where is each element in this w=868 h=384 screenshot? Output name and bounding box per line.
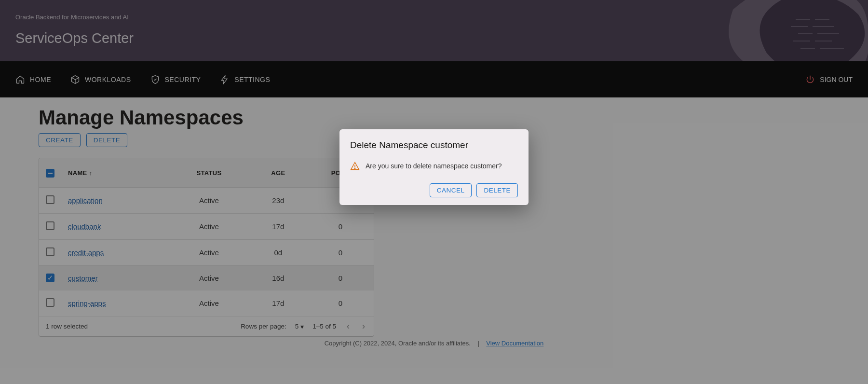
warning-icon — [350, 161, 360, 171]
dialog-cancel-button[interactable]: CANCEL — [430, 183, 472, 197]
dialog-message: Are you sure to delete namespace custome… — [366, 162, 502, 170]
modal-overlay[interactable]: Delete Namespace customer Are you sure t… — [0, 0, 868, 384]
dialog-title: Delete Namespace customer — [350, 140, 518, 151]
delete-dialog: Delete Namespace customer Are you sure t… — [339, 129, 529, 205]
svg-point-11 — [354, 168, 355, 168]
dialog-delete-button[interactable]: DELETE — [476, 183, 518, 197]
